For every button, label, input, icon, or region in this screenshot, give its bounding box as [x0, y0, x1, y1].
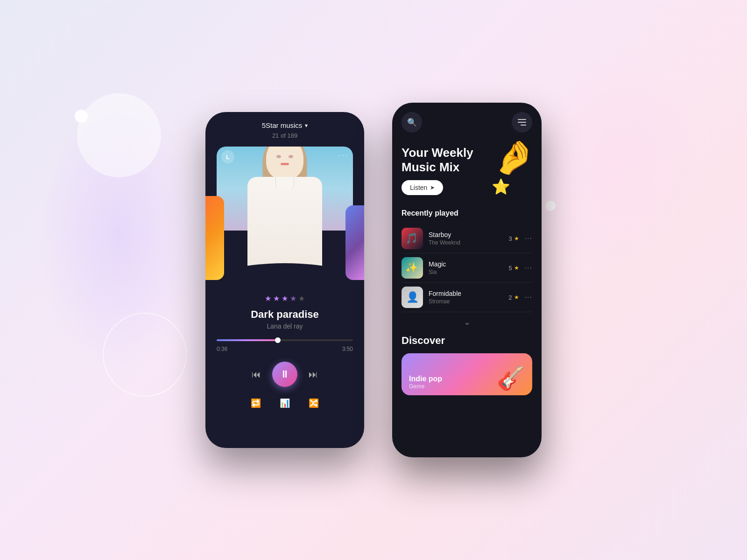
listen-arrow-icon: ➤ [430, 184, 435, 191]
track-thumb-starboy: 🎵 [402, 228, 423, 249]
track-info-formidable: Formidable Stromae [429, 290, 503, 305]
track-item-starboy: 🎵 Starboy The Weeknd 3 ★ ··· [402, 224, 532, 253]
track-rating-formidable: 2 ★ [508, 294, 519, 301]
track-more-magic[interactable]: ··· [525, 264, 532, 272]
track-name-magic: Magic [429, 260, 503, 268]
time-display: 0:36 3:50 [217, 346, 353, 352]
weekly-mix-emoji: 🤌⭐ [494, 141, 535, 206]
starboy-star-icon: ★ [514, 235, 519, 242]
discover-genre-label: Indie pop [409, 375, 442, 383]
bg-circle-1 [77, 93, 161, 177]
player-controls: ⏮ ⏸ ⏭ [217, 362, 353, 387]
bg-glow-right [537, 47, 700, 280]
progress-thumb[interactable] [275, 337, 281, 343]
menu-icon [518, 119, 526, 126]
search-icon: 🔍 [407, 118, 417, 127]
track-thumb-formidable: 👤 [402, 287, 423, 308]
star-4[interactable]: ★ [290, 294, 296, 303]
side-album-right [345, 205, 364, 280]
star-5[interactable]: ★ [298, 294, 305, 303]
track-rating-magic: 5 ★ [508, 265, 519, 272]
discovery-header: 🔍 [402, 112, 532, 133]
star-2[interactable]: ★ [273, 294, 280, 303]
discover-title: Discover [402, 335, 532, 347]
track-list: 🎵 Starboy The Weeknd 3 ★ ··· [402, 224, 532, 312]
chevron-down-expand-icon: ⌄ [464, 317, 471, 327]
star-3[interactable]: ★ [282, 294, 288, 303]
user-initial: L [226, 154, 230, 161]
play-pause-button[interactable]: ⏸ [272, 362, 297, 387]
magic-star-icon: ★ [514, 265, 519, 271]
side-album-left [205, 196, 224, 280]
menu-line-1 [518, 119, 526, 120]
shuffle-icon[interactable]: 🔀 [309, 398, 319, 408]
playlist-title: 5Star musics [262, 121, 303, 129]
progress-fill [217, 339, 278, 341]
phone-player: 5Star musics ▾ 21 of 189 [205, 112, 364, 448]
track-info-starboy: Starboy The Weeknd [429, 231, 503, 246]
magic-art: ✨ [402, 257, 423, 279]
magic-rating-num: 5 [508, 265, 512, 272]
eye-right [289, 155, 293, 158]
user-avatar: L [221, 150, 234, 163]
starboy-rating-num: 3 [508, 235, 512, 242]
track-name-starboy: Starboy [429, 231, 503, 238]
discover-card[interactable]: Indie pop Genre 🎸 [402, 353, 532, 395]
track-rating-starboy: 3 ★ [508, 235, 519, 242]
album-art-container: L ··· [217, 147, 353, 287]
discover-card-text: Indie pop Genre [409, 375, 442, 390]
menu-button[interactable] [512, 112, 532, 133]
menu-line-2 [518, 122, 526, 123]
album-art-wave [217, 263, 353, 287]
bg-circle-2 [75, 110, 88, 123]
svg-text:✨: ✨ [405, 261, 418, 274]
track-item-formidable: 👤 Formidable Stromae 2 ★ ··· [402, 283, 532, 312]
track-thumb-magic: ✨ [402, 257, 423, 279]
search-button[interactable]: 🔍 [402, 112, 422, 133]
star-1[interactable]: ★ [265, 294, 271, 303]
song-artist: Lana del ray [217, 322, 353, 330]
chevron-down-icon[interactable]: ▾ [305, 122, 308, 129]
track-counter: 21 of 189 [217, 132, 353, 139]
starboy-art: 🎵 [402, 228, 423, 249]
weekly-mix-section: Your Weekly Music Mix Listen ➤ 🤌⭐ [402, 146, 532, 195]
track-name-formidable: Formidable [429, 290, 503, 297]
discover-card-emoji: 🎸 [497, 365, 525, 392]
prev-button[interactable]: ⏮ [252, 369, 261, 380]
expand-button[interactable]: ⌄ [402, 317, 532, 327]
track-more-formidable[interactable]: ··· [525, 293, 532, 301]
track-more-starboy[interactable]: ··· [525, 234, 532, 243]
weekly-mix-line1: Your Weekly [402, 146, 473, 160]
listen-label: Listen [410, 184, 427, 191]
track-artist-formidable: Stromae [429, 298, 503, 305]
lips [281, 163, 289, 165]
menu-line-3 [521, 125, 526, 126]
phone-player-inner: 5Star musics ▾ 21 of 189 [205, 112, 364, 448]
svg-text:👤: 👤 [406, 291, 419, 303]
weekly-mix-line2: Music Mix [402, 160, 459, 174]
bg-circle-3 [103, 313, 187, 397]
phone-discovery: 🔍 Your Weekly Music Mix Listen [392, 103, 542, 457]
track-item-magic: ✨ Magic Sia 5 ★ ··· [402, 253, 532, 283]
repeat-icon[interactable]: 🔁 [251, 398, 261, 408]
bg-circle-4 [545, 201, 556, 211]
formidable-star-icon: ★ [514, 294, 519, 301]
total-time: 3:50 [342, 346, 353, 352]
formidable-art: 👤 [402, 287, 423, 308]
listen-button[interactable]: Listen ➤ [402, 180, 443, 195]
song-title: Dark paradise [217, 308, 353, 321]
extra-controls: 🔁 📊 🔀 [217, 398, 353, 408]
phone-discovery-inner: 🔍 Your Weekly Music Mix Listen [392, 103, 542, 457]
star-rating: ★ ★ ★ ★ ★ [217, 294, 353, 303]
more-options-icon[interactable]: ··· [338, 150, 348, 160]
svg-text:🎵: 🎵 [405, 232, 418, 245]
next-button[interactable]: ⏭ [309, 369, 318, 380]
discover-genre-sublabel: Genre [409, 383, 442, 390]
track-info-magic: Magic Sia [429, 260, 503, 275]
track-artist-starboy: The Weeknd [429, 239, 503, 246]
current-time: 0:36 [217, 346, 227, 352]
collar [275, 177, 294, 189]
person-head [266, 147, 303, 179]
progress-bar[interactable] [217, 339, 353, 341]
equalizer-icon[interactable]: 📊 [280, 398, 290, 408]
